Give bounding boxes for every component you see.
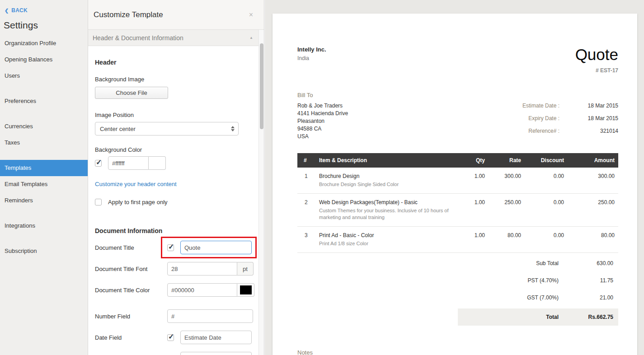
subtotal-value: 630.00 bbox=[559, 260, 613, 266]
expiry-date-value: 18 Mar 2015 bbox=[559, 115, 618, 121]
row-qty: 1.00 bbox=[457, 168, 489, 194]
apply-first-page-label: Apply to first page only bbox=[108, 199, 168, 206]
sidebar-item-preferences[interactable]: Preferences bbox=[0, 93, 88, 109]
row-amount: 300.00 bbox=[568, 168, 618, 194]
date-field-input[interactable] bbox=[180, 331, 252, 344]
document-title-row: Document Title bbox=[95, 241, 252, 254]
meta-row: Reference# : 321014 bbox=[483, 128, 618, 134]
column-header-rate: Rate bbox=[489, 153, 525, 168]
bill-to-line: USA bbox=[297, 133, 348, 140]
panel-scrollbar[interactable] bbox=[259, 30, 264, 355]
background-color-checkbox[interactable] bbox=[95, 160, 102, 167]
document-title-color-row: Document Title Color bbox=[95, 283, 252, 297]
expiry-date-label: Expiry Date : bbox=[487, 115, 559, 121]
row-item: Web Design Packages(Template) - Basic Cu… bbox=[315, 193, 457, 226]
totals-section: Sub Total 630.00 PST (4.70%) 11.75 GST (… bbox=[458, 255, 618, 326]
next-field-input-partial[interactable] bbox=[180, 352, 252, 355]
header-group-heading: Header bbox=[95, 59, 252, 66]
document-title-font-row: Document Title Font pt bbox=[95, 262, 252, 276]
background-color-group bbox=[108, 156, 166, 170]
collapse-arrow-icon: ▲ bbox=[249, 36, 253, 40]
panel-title: Customize Template bbox=[94, 10, 163, 19]
notes-section: Notes Looking forward for your business. bbox=[297, 349, 618, 355]
document-title-font-input[interactable] bbox=[167, 262, 237, 276]
sidebar-item-opening-balances[interactable]: Opening Balances bbox=[0, 51, 88, 68]
customize-template-panel: Customize Template × Header & Document I… bbox=[88, 0, 264, 355]
item-description: Print Ad 1/8 size Color bbox=[319, 240, 453, 247]
panel-scrollbar-thumb[interactable] bbox=[260, 43, 263, 129]
total-label: Total bbox=[463, 314, 559, 320]
bill-to-address: Rob & Joe Traders 4141 Hacienda Drive Pl… bbox=[297, 102, 348, 140]
apply-first-page-row: Apply to first page only bbox=[95, 199, 252, 206]
background-color-input[interactable] bbox=[108, 156, 149, 170]
choose-file-button[interactable]: Choose File bbox=[95, 87, 168, 99]
number-field-label: Number Field bbox=[95, 313, 167, 320]
number-field-input[interactable] bbox=[167, 309, 253, 323]
item-description: Brochure Design Single Sided Color bbox=[319, 181, 453, 188]
number-field-row: Number Field bbox=[95, 309, 252, 323]
sidebar-item-reminders[interactable]: Reminders bbox=[0, 192, 88, 209]
preview-header-row: Intelly Inc. India Quote # EST-17 bbox=[297, 46, 618, 74]
company-name: Intelly Inc. bbox=[297, 46, 326, 53]
document-title-checkbox[interactable] bbox=[167, 244, 174, 251]
background-color-swatch[interactable] bbox=[149, 156, 166, 170]
document-preview-paper: Intelly Inc. India Quote # EST-17 Bill T… bbox=[273, 14, 637, 355]
reference-value: 321014 bbox=[559, 128, 618, 134]
meta-row: Estimate Date : 18 Mar 2015 bbox=[483, 103, 618, 109]
document-title-color-input[interactable] bbox=[167, 283, 237, 297]
row-discount: 0.00 bbox=[525, 226, 568, 252]
sidebar-item-subscription[interactable]: Subscription bbox=[0, 243, 88, 259]
back-link[interactable]: ❮ BACK bbox=[0, 6, 88, 14]
document-title-color-swatch[interactable] bbox=[237, 283, 254, 297]
section-header-document-information[interactable]: Header & Document Information ▲ bbox=[88, 30, 264, 46]
line-items-header: # Item & Description Qty Rate Discount A… bbox=[297, 153, 618, 168]
document-title: Quote bbox=[575, 46, 618, 64]
sidebar-item-templates[interactable]: Templates bbox=[0, 160, 88, 176]
document-title-color-group bbox=[167, 283, 254, 297]
subtotal-label: Sub Total bbox=[463, 260, 559, 266]
row-num: 1 bbox=[297, 168, 315, 194]
bill-to-line: Pleasanton bbox=[297, 117, 348, 125]
date-field-checkbox[interactable] bbox=[167, 334, 174, 341]
sidebar-item-users[interactable]: Users bbox=[0, 68, 88, 84]
section-title: Header & Document Information bbox=[93, 34, 183, 42]
background-color-row bbox=[95, 156, 252, 170]
next-field-row-partial bbox=[95, 352, 252, 355]
row-item: Print Ad - Basic - Color Print Ad 1/8 si… bbox=[315, 226, 457, 252]
pst-label: PST (4.70%) bbox=[463, 277, 559, 284]
sidebar-item-currencies[interactable]: Currencies bbox=[0, 118, 88, 135]
row-num: 2 bbox=[297, 193, 315, 226]
document-number: # EST-17 bbox=[575, 67, 618, 74]
row-rate: 250.00 bbox=[489, 193, 525, 226]
column-header-num: # bbox=[297, 153, 315, 168]
table-row: 1 Brochure Design Brochure Design Single… bbox=[297, 168, 618, 194]
bill-to-block: Bill To Rob & Joe Traders 4141 Hacienda … bbox=[297, 92, 348, 140]
company-country: India bbox=[297, 55, 326, 61]
date-field-label: Date Field bbox=[95, 334, 167, 341]
row-discount: 0.00 bbox=[525, 168, 568, 194]
document-information-form: Document Title Document Title Font pt Do… bbox=[95, 241, 252, 355]
sidebar-item-organization-profile[interactable]: Organization Profile bbox=[0, 35, 88, 51]
image-position-value: Center center bbox=[100, 126, 136, 132]
panel-header: Customize Template × bbox=[88, 0, 264, 30]
document-information-heading: Document Information bbox=[95, 227, 252, 234]
bill-to-line: 4141 Hacienda Drive bbox=[297, 110, 348, 117]
document-title-input[interactable] bbox=[180, 241, 252, 254]
document-title-color-label: Document Title Color bbox=[95, 286, 167, 294]
sidebar-item-integrations[interactable]: Integrations bbox=[0, 218, 88, 234]
image-position-select[interactable]: Center center bbox=[95, 122, 239, 135]
sidebar-item-email-templates[interactable]: Email Templates bbox=[0, 176, 88, 192]
customize-header-content-link[interactable]: Customize your header content bbox=[95, 181, 177, 187]
row-rate: 80.00 bbox=[489, 226, 525, 252]
billing-row: Bill To Rob & Joe Traders 4141 Hacienda … bbox=[297, 92, 618, 140]
template-preview-area: Intelly Inc. India Quote # EST-17 Bill T… bbox=[265, 0, 644, 355]
close-icon[interactable]: × bbox=[249, 11, 253, 19]
apply-first-page-checkbox[interactable] bbox=[95, 199, 102, 206]
column-header-discount: Discount bbox=[525, 153, 568, 168]
back-label: BACK bbox=[11, 7, 28, 14]
sidebar-item-taxes[interactable]: Taxes bbox=[0, 135, 88, 151]
total-row: Total Rs.662.75 bbox=[458, 308, 618, 326]
estimate-date-label: Estimate Date : bbox=[487, 103, 559, 109]
item-name: Web Design Packages(Template) - Basic bbox=[319, 199, 453, 206]
page-title: Settings bbox=[4, 20, 88, 31]
